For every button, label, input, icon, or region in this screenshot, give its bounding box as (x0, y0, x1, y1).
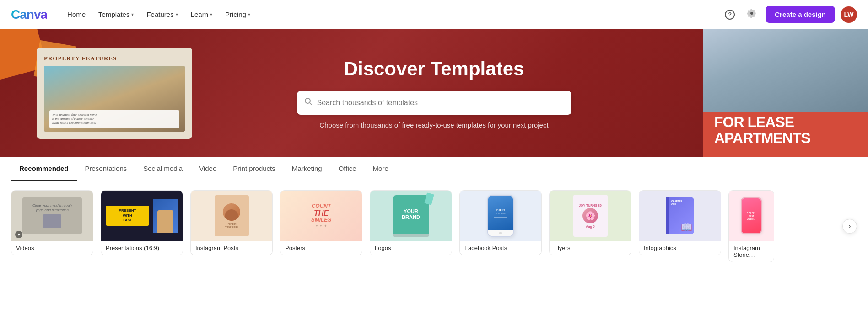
template-label-logos: Logos (370, 241, 452, 255)
templates-chevron-icon: ▾ (131, 12, 134, 17)
settings-button[interactable] (744, 6, 760, 23)
templates-section: Clear your mind throughyoga and meditati… (0, 181, 868, 271)
hero-card-property: PROPERTY FEATURES This luxurious four-be… (37, 48, 192, 139)
template-card-logos[interactable]: YOURBRAND Logos (370, 190, 452, 255)
tab-social-media[interactable]: Social media (135, 157, 191, 181)
help-button[interactable]: ? (722, 6, 738, 23)
navbar: Canva Home Templates ▾ Features ▾ Learn … (0, 0, 868, 29)
svg-line-1 (309, 103, 312, 105)
nav-learn[interactable]: Learn ▾ (185, 7, 218, 22)
template-card-videos-image: Clear your mind throughyoga and meditati… (11, 191, 93, 241)
tab-presentations[interactable]: Presentations (77, 157, 135, 181)
template-card-flyers[interactable]: JOY TURNS 80 🌸 Aug 5 Flyers (549, 190, 631, 255)
hero-content: Discover Templates Choose from thousands… (297, 58, 571, 129)
nav-home[interactable]: Home (62, 7, 91, 22)
hero-card-left-image: This luxurious four-bedroom homeis the e… (44, 66, 185, 132)
tab-more[interactable]: More (365, 157, 397, 181)
hero-banner: PROPERTY FEATURES This luxurious four-be… (0, 29, 868, 157)
tabs-bar: Recommended Presentations Social media V… (0, 157, 868, 181)
template-label-flyers: Flyers (550, 241, 631, 255)
user-avatar[interactable]: LW (841, 6, 857, 23)
template-card-infographics[interactable]: CHAPTERONE 📖 Infographics (639, 190, 721, 255)
hero-card-right-image (703, 29, 868, 112)
nav-home-label: Home (67, 11, 86, 18)
template-card-facebook[interactable]: Inspire your feed Facebook Posts (459, 190, 542, 255)
template-card-logos-image: YOURBRAND (370, 191, 452, 241)
template-card-presentations-image: PRESENTWITHEASE (101, 191, 183, 241)
hero-deco-left: PROPERTY FEATURES This luxurious four-be… (0, 29, 229, 157)
question-icon: ? (725, 10, 735, 20)
template-card-instagram-stories[interactable]: EngageyourAudie... Instagram Storie… (728, 190, 774, 262)
nav-pricing[interactable]: Pricing ▾ (220, 7, 256, 22)
nav-templates-label: Templates (98, 11, 129, 18)
tab-office[interactable]: Office (330, 157, 365, 181)
template-card-posters[interactable]: COUNT THE SMILES ✦ ✦ ✦ Posters (280, 190, 362, 255)
pricing-chevron-icon: ▾ (248, 12, 250, 17)
create-design-button[interactable]: Create a design (766, 6, 835, 23)
nav-features-label: Features (146, 11, 173, 18)
template-label-stories: Instagram Storie… (729, 241, 774, 262)
tab-marketing[interactable]: Marketing (284, 157, 330, 181)
tab-print-products[interactable]: Print products (225, 157, 284, 181)
nav-links: Home Templates ▾ Features ▾ Learn ▾ Pric… (62, 7, 722, 22)
template-card-presentations[interactable]: PRESENTWITHEASE Presentations (16:9) (101, 190, 183, 255)
hero-search-bar[interactable] (297, 91, 571, 115)
features-chevron-icon: ▾ (176, 12, 178, 17)
nav-right: ? Create a design LW (722, 6, 857, 23)
hero-lease-title: FOR LEASEAPARTMENTS (714, 114, 857, 146)
template-label-facebook: Facebook Posts (460, 241, 541, 255)
template-card-stories-image: EngageyourAudie... (729, 191, 774, 241)
hero-subtitle: Choose from thousands of free ready-to-u… (297, 121, 571, 129)
nav-learn-label: Learn (191, 11, 208, 18)
hero-card-lease: FOR LEASEAPARTMENTS (703, 29, 868, 157)
nav-pricing-label: Pricing (225, 11, 246, 18)
templates-scroll-container: Clear your mind throughyoga and meditati… (11, 190, 857, 262)
template-card-flyers-image: JOY TURNS 80 🌸 Aug 5 (550, 191, 631, 241)
template-label-videos: Videos (11, 241, 93, 255)
search-icon (304, 97, 313, 108)
hero-card-left-title: PROPERTY FEATURES (44, 55, 185, 62)
nav-templates[interactable]: Templates ▾ (93, 7, 139, 22)
templates-grid: Clear your mind throughyoga and meditati… (11, 190, 857, 262)
template-card-instagram[interactable]: Perfect your post Instagram Posts (190, 190, 273, 255)
template-label-infographics: Infographics (639, 241, 721, 255)
template-label-presentations: Presentations (16:9) (101, 241, 183, 255)
canva-logo[interactable]: Canva (11, 7, 47, 22)
chevron-right-icon: › (849, 223, 851, 230)
scroll-right-arrow[interactable]: › (842, 219, 857, 234)
tab-video[interactable]: Video (191, 157, 225, 181)
template-card-facebook-image: Inspire your feed (460, 191, 541, 241)
gear-icon (747, 9, 756, 20)
search-input[interactable] (317, 99, 564, 107)
nav-features[interactable]: Features ▾ (141, 7, 183, 22)
template-card-posters-image: COUNT THE SMILES ✦ ✦ ✦ (280, 191, 362, 241)
hero-title: Discover Templates (297, 58, 571, 80)
template-card-videos[interactable]: Clear your mind throughyoga and meditati… (11, 190, 93, 255)
template-label-posters: Posters (280, 241, 362, 255)
template-card-instagram-image: Perfect your post (191, 191, 272, 241)
template-card-infographics-image: CHAPTERONE 📖 (639, 191, 721, 241)
learn-chevron-icon: ▾ (210, 12, 212, 17)
tab-recommended[interactable]: Recommended (11, 157, 77, 181)
hero-deco-right: FOR LEASEAPARTMENTS (685, 29, 868, 157)
template-label-instagram: Instagram Posts (191, 241, 272, 255)
